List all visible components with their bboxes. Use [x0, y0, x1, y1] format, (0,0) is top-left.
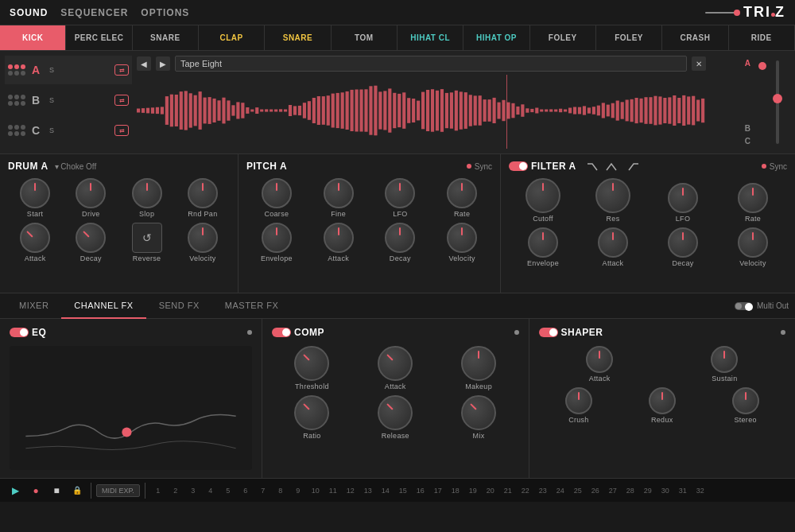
seq-num-30[interactable]: 30 [657, 483, 673, 499]
comp-toggle-switch[interactable] [272, 328, 291, 337]
seq-num-24[interactable]: 24 [553, 483, 568, 499]
filter-sync[interactable]: Sync [762, 162, 787, 171]
knob-attack-pitch[interactable] [324, 223, 354, 253]
seq-num-15[interactable]: 15 [395, 483, 411, 499]
knob-release[interactable] [378, 395, 413, 430]
knob-res[interactable] [595, 178, 630, 213]
knob-mix-comp[interactable] [461, 395, 496, 430]
seq-num-10[interactable]: 10 [308, 483, 324, 499]
reverse-btn[interactable]: ↺ [132, 223, 162, 253]
seq-num-4[interactable]: 4 [203, 483, 219, 499]
knob-attack-filter[interactable] [598, 227, 628, 258]
seq-num-7[interactable]: 7 [255, 483, 271, 499]
seq-num-23[interactable]: 23 [535, 483, 551, 499]
layer-b-link[interactable]: ⇄ [114, 95, 129, 106]
knob-decay-pitch[interactable] [385, 223, 415, 253]
seq-num-12[interactable]: 12 [343, 483, 359, 499]
seq-num-2[interactable]: 2 [168, 483, 184, 499]
eq-visual[interactable] [10, 346, 252, 470]
seq-num-28[interactable]: 28 [622, 483, 638, 499]
filter-toggle[interactable]: FILTER A [509, 161, 576, 172]
nav-sequencer[interactable]: SEQUENCER [60, 7, 128, 18]
knob-rate-pitch[interactable] [447, 178, 477, 208]
knob-attack[interactable] [20, 223, 50, 253]
knob-lfo-pitch[interactable] [385, 178, 415, 208]
knob-rate-filter[interactable] [738, 183, 768, 213]
knob-start[interactable] [20, 178, 50, 208]
seq-num-13[interactable]: 13 [360, 483, 376, 499]
fx-tab-channel-fx[interactable]: CHANNEL FX [61, 293, 145, 319]
wf-prev-btn[interactable]: ◀ [137, 56, 151, 71]
eq-toggle[interactable]: EQ [10, 327, 46, 338]
drum-tab-snare-2[interactable]: SNARE [265, 25, 331, 50]
filter-shape-bp[interactable] [605, 161, 621, 172]
drum-tab-tom[interactable]: TOM [332, 25, 398, 50]
seq-num-18[interactable]: 18 [448, 483, 463, 499]
seq-num-21[interactable]: 21 [500, 483, 516, 499]
knob-ratio[interactable] [294, 395, 329, 430]
stop-button[interactable]: ■ [48, 482, 65, 499]
seq-num-9[interactable]: 9 [290, 483, 306, 499]
nav-sound[interactable]: SOUND [10, 7, 48, 18]
drum-tab-hihat-cl[interactable]: HIHAT CL [398, 25, 463, 50]
seq-num-22[interactable]: 22 [518, 483, 533, 499]
comp-toggle[interactable]: COMP [272, 327, 324, 338]
knob-decay-filter[interactable] [668, 227, 698, 258]
knob-coarse[interactable] [262, 178, 292, 208]
knob-crush[interactable] [565, 387, 592, 414]
drum-tab-foley-1[interactable]: FOLEY [530, 25, 596, 50]
knob-cutoff[interactable] [525, 178, 560, 213]
knob-velocity-filter[interactable] [738, 227, 768, 258]
drum-tab-kick[interactable]: KICK [0, 25, 66, 50]
drum-tab-ride[interactable]: RIDE [729, 25, 795, 50]
play-button[interactable]: ▶ [6, 482, 24, 499]
drum-tab-foley-2[interactable]: FOLEY [596, 25, 662, 50]
knob-stereo[interactable] [732, 387, 759, 414]
eq-toggle-switch[interactable] [10, 328, 29, 337]
knob-redux[interactable] [649, 387, 676, 414]
drum-tab-crash[interactable]: CRASH [662, 25, 728, 50]
layer-a[interactable]: A S ⇄ [5, 56, 132, 84]
fx-tab-master-fx[interactable]: MASTER FX [212, 293, 291, 319]
fx-tab-send-fx[interactable]: SEND FX [146, 293, 212, 319]
fx-tab-mixer[interactable]: MIXER [6, 293, 61, 319]
pitch-sync[interactable]: Sync [467, 162, 492, 171]
seq-num-17[interactable]: 17 [430, 483, 446, 499]
knob-attack-comp[interactable] [378, 346, 413, 381]
waveform-search-input[interactable] [175, 56, 687, 72]
nav-options[interactable]: OPTIONS [141, 7, 189, 18]
seq-num-3[interactable]: 3 [185, 483, 201, 499]
knob-makeup[interactable] [461, 346, 496, 381]
knob-sustain[interactable] [711, 346, 738, 373]
seq-num-16[interactable]: 16 [413, 483, 429, 499]
knob-slop[interactable] [132, 178, 162, 208]
knob-decay[interactable] [76, 223, 106, 253]
knob-lfo-filter[interactable] [668, 183, 698, 213]
knob-fine[interactable] [324, 178, 354, 208]
seq-num-8[interactable]: 8 [273, 483, 289, 499]
knob-velocity-drum[interactable] [188, 223, 218, 253]
eq-point[interactable] [122, 427, 131, 437]
knob-drive[interactable] [76, 178, 106, 208]
seq-num-11[interactable]: 11 [325, 483, 341, 499]
filter-shape-lp[interactable] [586, 161, 602, 172]
seq-num-14[interactable]: 14 [378, 483, 394, 499]
drum-tab-perc-elec[interactable]: PERC ELEC [66, 25, 132, 50]
seq-num-29[interactable]: 29 [640, 483, 656, 499]
seq-num-20[interactable]: 20 [483, 483, 498, 499]
multi-out-toggle[interactable] [735, 302, 752, 310]
seq-num-6[interactable]: 6 [238, 483, 254, 499]
layer-c[interactable]: C S ⇄ [5, 116, 132, 145]
lock-button[interactable]: 🔒 [68, 482, 86, 499]
seq-num-1[interactable]: 1 [150, 483, 166, 499]
filter-toggle-switch[interactable] [509, 161, 528, 171]
knob-attack-shaper[interactable] [586, 346, 613, 373]
drum-tab-hihat-op[interactable]: HIHAT OP [463, 25, 529, 50]
knob-rnd-pan[interactable] [188, 178, 218, 208]
filter-shape-hp[interactable] [624, 161, 640, 172]
seq-num-31[interactable]: 31 [675, 483, 691, 499]
layer-a-link[interactable]: ⇄ [114, 64, 129, 76]
seq-num-25[interactable]: 25 [570, 483, 586, 499]
layer-b[interactable]: B S ⇄ [5, 86, 132, 115]
seq-num-26[interactable]: 26 [588, 483, 603, 499]
